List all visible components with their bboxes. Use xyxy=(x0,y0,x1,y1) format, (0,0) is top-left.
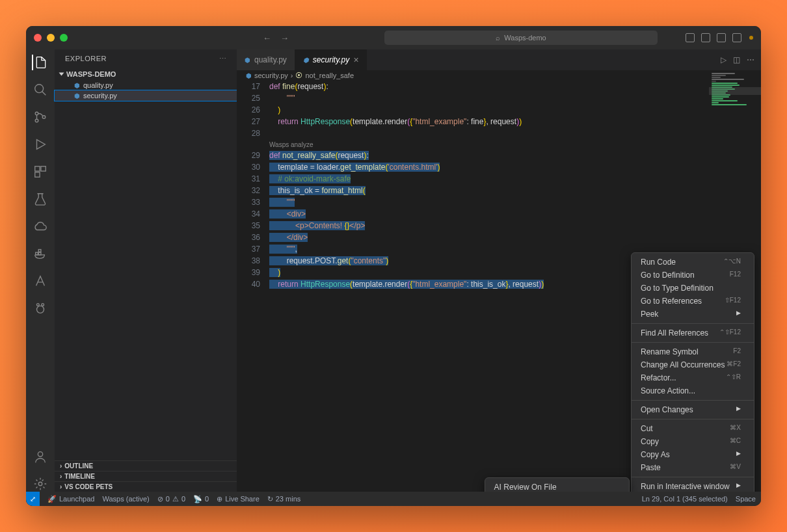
window-controls xyxy=(34,34,68,42)
extensions-icon[interactable] xyxy=(33,164,48,180)
menu-item[interactable]: Source Action... xyxy=(632,384,754,397)
cloud-icon[interactable] xyxy=(33,219,48,234)
editor-tab[interactable]: ⬢quality.py xyxy=(237,49,295,70)
close-tab-icon[interactable]: × xyxy=(353,55,358,65)
menu-item[interactable]: Copy As▶ xyxy=(632,448,754,461)
line-number: 34 xyxy=(237,208,260,220)
ai-icon[interactable] xyxy=(33,273,48,289)
minimap[interactable] xyxy=(709,70,761,148)
file-name: quality.py xyxy=(83,81,113,89)
menu-label: Run Code xyxy=(641,258,676,267)
menu-item[interactable]: Peek▶ xyxy=(632,308,754,321)
sb-wasps[interactable]: Wasps (active) xyxy=(102,495,149,503)
sidebar-more-icon[interactable]: ⋯ xyxy=(219,55,227,63)
codelens[interactable]: Wasps analyze xyxy=(269,139,761,150)
tab-bar: ⬢quality.py⬢security.py× ▷ ◫ ⋯ xyxy=(237,49,761,70)
layout-panel-icon[interactable] xyxy=(701,33,710,42)
sb-launchpad[interactable]: 🚀 Launchpad xyxy=(47,495,94,503)
menu-item[interactable]: Go to DefinitionF12 xyxy=(632,269,754,282)
menu-item[interactable]: Go to References⇧F12 xyxy=(632,295,754,308)
code-line[interactable]: """ xyxy=(269,92,761,104)
remote-indicator[interactable]: ⤢ xyxy=(26,492,40,506)
menu-item[interactable]: Open Changes▶ xyxy=(632,403,754,416)
line-number: 40 xyxy=(237,278,260,290)
code-line[interactable]: template = loader.get_template('contents… xyxy=(269,161,761,173)
layout-sidebar-left-icon[interactable] xyxy=(686,33,695,42)
svg-point-13 xyxy=(38,452,42,457)
search-activity-icon[interactable] xyxy=(33,82,48,98)
explorer-icon[interactable] xyxy=(32,55,47,70)
menu-item[interactable]: Copy⌘C xyxy=(632,435,754,448)
minimize-window-button[interactable] xyxy=(47,34,55,42)
sb-ports[interactable]: 📡 0 xyxy=(193,495,209,503)
code-line[interactable]: return HttpResponse(template.render({"ht… xyxy=(269,116,761,127)
code-line[interactable]: ) xyxy=(269,104,761,116)
run-debug-icon[interactable] xyxy=(33,137,48,152)
menu-label: Peek xyxy=(641,310,658,319)
sb-cursor[interactable]: Ln 29, Col 1 (345 selected) xyxy=(642,495,728,503)
docker-icon[interactable] xyxy=(33,246,48,261)
nav-back-icon[interactable]: ← xyxy=(263,33,271,43)
beaker-icon[interactable] xyxy=(33,191,48,207)
close-window-button[interactable] xyxy=(34,34,42,42)
menu-item[interactable]: Go to Type Definition xyxy=(632,282,754,295)
section-outline[interactable]: ›OUTLINE xyxy=(55,460,237,471)
run-icon[interactable]: ▷ xyxy=(721,55,727,64)
sb-problems[interactable]: ⊘ 0 ⚠ 0 xyxy=(157,495,185,503)
line-number: 38 xyxy=(237,255,260,267)
section-timeline[interactable]: ›TIMELINE xyxy=(55,471,237,481)
sidebar-header: EXPLORER ⋯ xyxy=(55,49,237,68)
context-menu[interactable]: Run Code⌃⌥NGo to DefinitionF12Go to Type… xyxy=(631,252,754,492)
nav-forward-icon[interactable]: → xyxy=(280,33,289,43)
more-tab-icon[interactable]: ⋯ xyxy=(747,55,754,64)
sb-liveshare[interactable]: ⊕ Live Share xyxy=(217,495,260,503)
code-line[interactable] xyxy=(269,127,761,139)
svg-point-11 xyxy=(37,304,40,306)
menu-item[interactable]: Cut⌘X xyxy=(632,422,754,435)
sb-spaces[interactable]: Space xyxy=(736,495,756,503)
section-pets[interactable]: ›VS CODE PETS xyxy=(55,481,237,492)
wasps-submenu[interactable]: AI Review On FileAI Review On Selected C… xyxy=(485,477,630,492)
line-number: 35 xyxy=(237,220,260,232)
breadcrumb[interactable]: ⬢ security.py › ⦿ not_really_safe xyxy=(237,70,761,81)
maximize-window-button[interactable] xyxy=(60,34,68,42)
svg-point-3 xyxy=(42,116,46,119)
layout-sidebar-right-icon[interactable] xyxy=(717,33,726,42)
account-icon[interactable] xyxy=(33,449,48,464)
editor-tab[interactable]: ⬢security.py× xyxy=(295,49,367,70)
source-control-icon[interactable] xyxy=(33,109,48,125)
menu-item[interactable]: Run Code⌃⌥N xyxy=(632,256,754,269)
settings-gear-icon[interactable] xyxy=(33,476,48,492)
menu-separator xyxy=(632,477,754,477)
menu-item[interactable]: Change All Occurrences⌘F2 xyxy=(632,358,754,371)
menu-label: Source Action... xyxy=(641,386,695,395)
code-line[interactable]: <p>Contents! {}</p> xyxy=(269,220,761,232)
line-number: 25 xyxy=(237,92,260,104)
menu-item[interactable]: Run in Interactive window▶ xyxy=(632,480,754,492)
menu-item[interactable]: Find All References⌃⇧F12 xyxy=(632,326,754,339)
file-item[interactable]: ⬢quality.py xyxy=(55,80,237,90)
menu-label: AI Review On File xyxy=(494,483,557,492)
menu-item[interactable]: Refactor...⌃⇧R xyxy=(632,371,754,384)
code-line[interactable]: </div> xyxy=(269,232,761,243)
split-icon[interactable]: ◫ xyxy=(733,55,740,64)
code-line[interactable]: def not_really_safe(request): xyxy=(269,150,761,161)
chevron-right-icon: ▶ xyxy=(736,310,741,319)
menu-item[interactable]: Rename SymbolF2 xyxy=(632,345,754,358)
code-line[interactable]: def fine(request): xyxy=(269,81,761,92)
minimap-viewport[interactable] xyxy=(709,87,761,95)
chevron-down-icon xyxy=(59,73,64,76)
pet-icon[interactable] xyxy=(33,300,48,316)
file-item[interactable]: ⬢security.py xyxy=(55,90,237,101)
code-line[interactable]: this_is_ok = format_html( xyxy=(269,185,761,196)
code-line[interactable]: # ok:avoid-mark-safe xyxy=(269,173,761,185)
code-line[interactable]: <div> xyxy=(269,208,761,220)
code-line[interactable]: """ xyxy=(269,196,761,208)
sb-time[interactable]: ↻ 23 mins xyxy=(267,495,301,503)
command-center[interactable]: ⌕ Wasps-demo xyxy=(384,31,658,45)
menu-item[interactable]: Paste⌘V xyxy=(632,461,754,474)
layout-customize-icon[interactable] xyxy=(732,33,741,42)
shortcut: ⇧F12 xyxy=(725,297,741,306)
folder-header[interactable]: WASPS-DEMO xyxy=(55,68,237,80)
submenu-item[interactable]: AI Review On File xyxy=(485,481,629,492)
